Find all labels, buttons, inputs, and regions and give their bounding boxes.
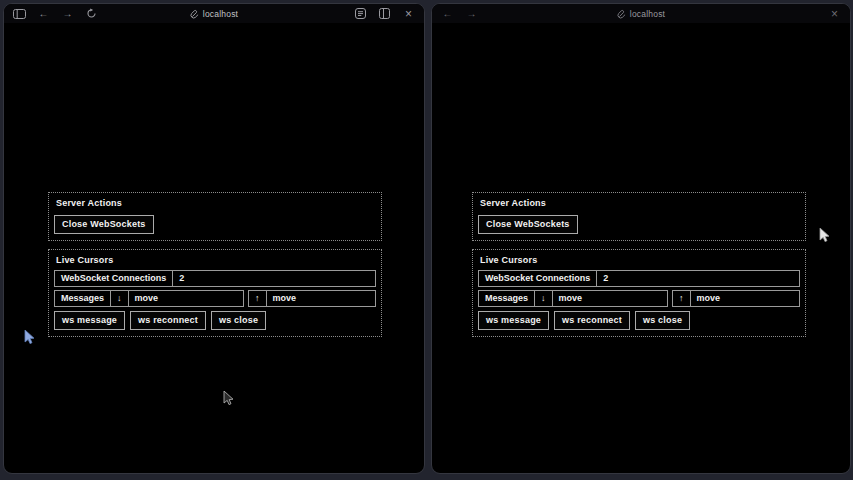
server-actions-panel: Server Actions Close WebSockets xyxy=(472,192,806,241)
live-cursors-panel: Live Cursors WebSocket Connections 2 Mes… xyxy=(472,249,806,337)
arrow-down-icon: ↓ xyxy=(535,291,553,306)
browser-window-right: ← → localhost × Server Actions Close Web… xyxy=(431,3,851,474)
server-actions-title: Server Actions xyxy=(480,198,799,208)
close-window-button[interactable]: × xyxy=(402,7,415,20)
page-content: Server Actions Close WebSockets Live Cur… xyxy=(472,192,806,337)
arrow-up-icon: ↑ xyxy=(249,291,267,306)
inbound-message-value: move xyxy=(129,291,243,306)
outbound-message-value: move xyxy=(691,291,800,306)
messages-row: Messages ↓ move ↑ move xyxy=(54,290,376,307)
url-text: localhost xyxy=(203,9,238,19)
connections-label: WebSocket Connections xyxy=(55,271,173,286)
address-display[interactable]: localhost xyxy=(432,4,850,23)
messages-label: Messages xyxy=(55,291,111,306)
ws-message-button[interactable]: ws message xyxy=(478,311,549,330)
messages-inbound-box: Messages ↓ move xyxy=(478,290,668,307)
messages-outbound-box: ↑ move xyxy=(248,290,376,307)
link-icon xyxy=(190,9,199,19)
desktop: { "windows": [ { "titlebar": { "url": "l… xyxy=(0,0,853,480)
ws-message-button[interactable]: ws message xyxy=(54,311,125,330)
forward-button[interactable]: → xyxy=(465,7,478,20)
titlebar: ← → localhost × xyxy=(4,4,424,23)
messages-row: Messages ↓ move ↑ move xyxy=(478,290,800,307)
live-cursors-title: Live Cursors xyxy=(56,255,375,265)
link-icon xyxy=(617,9,626,19)
arrow-up-icon: ↑ xyxy=(673,291,691,306)
connections-value: 2 xyxy=(173,271,375,286)
inbound-message-value: move xyxy=(553,291,667,306)
ws-close-button[interactable]: ws close xyxy=(635,311,690,330)
messages-inbound-box: Messages ↓ move xyxy=(54,290,244,307)
reload-button[interactable] xyxy=(85,7,98,20)
connections-label: WebSocket Connections xyxy=(479,271,597,286)
server-actions-title: Server Actions xyxy=(56,198,375,208)
forward-button[interactable]: → xyxy=(61,7,74,20)
ws-buttons-row: ws message ws reconnect ws close xyxy=(478,311,800,330)
outbound-message-value: move xyxy=(267,291,376,306)
url-text: localhost xyxy=(630,9,665,19)
close-window-button[interactable]: × xyxy=(828,7,841,20)
close-websockets-button[interactable]: Close WebSockets xyxy=(54,215,154,234)
ws-reconnect-button[interactable]: ws reconnect xyxy=(130,311,206,330)
messages-label: Messages xyxy=(479,291,535,306)
arrow-down-icon: ↓ xyxy=(111,291,129,306)
sidebar-toggle-icon[interactable] xyxy=(13,7,26,20)
page-content: Server Actions Close WebSockets Live Cur… xyxy=(48,192,382,337)
connections-value: 2 xyxy=(597,271,799,286)
titlebar: ← → localhost × xyxy=(432,4,850,23)
connections-row: WebSocket Connections 2 xyxy=(478,270,800,287)
browser-window-left: ← → localhost × Server Actions Close Web… xyxy=(3,3,425,474)
live-cursors-title: Live Cursors xyxy=(480,255,799,265)
ws-reconnect-button[interactable]: ws reconnect xyxy=(554,311,630,330)
ws-close-button[interactable]: ws close xyxy=(211,311,266,330)
close-websockets-button[interactable]: Close WebSockets xyxy=(478,215,578,234)
back-button[interactable]: ← xyxy=(37,7,50,20)
reader-view-icon[interactable] xyxy=(354,7,367,20)
server-actions-panel: Server Actions Close WebSockets xyxy=(48,192,382,241)
back-button[interactable]: ← xyxy=(441,7,454,20)
ws-buttons-row: ws message ws reconnect ws close xyxy=(54,311,376,330)
split-view-icon[interactable] xyxy=(378,7,391,20)
connections-row: WebSocket Connections 2 xyxy=(54,270,376,287)
messages-outbound-box: ↑ move xyxy=(672,290,800,307)
live-cursors-panel: Live Cursors WebSocket Connections 2 Mes… xyxy=(48,249,382,337)
